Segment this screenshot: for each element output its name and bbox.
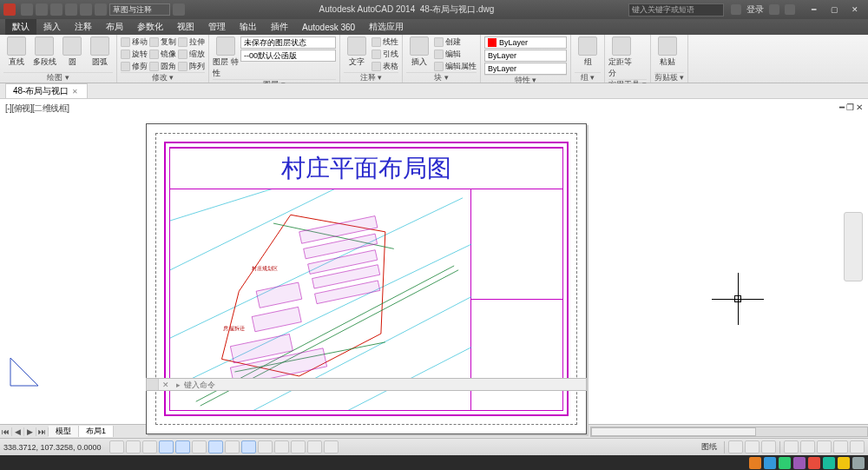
paperspace-label[interactable]: 图纸 — [698, 441, 720, 453]
horizontal-scrollbar[interactable] — [590, 427, 868, 437]
arc-button[interactable]: 圆弧 — [87, 36, 113, 68]
doc-min-icon[interactable]: ━ — [839, 103, 845, 112]
text-button[interactable]: 文字 — [344, 36, 370, 68]
group-button[interactable]: 组 — [575, 36, 601, 68]
ribbon-tab-7[interactable]: 输出 — [233, 19, 264, 35]
rotate-button[interactable]: 旋转 — [121, 49, 148, 60]
tray-icon-0[interactable] — [749, 457, 761, 469]
qat-save-icon[interactable] — [50, 3, 62, 16]
window-maximize-button[interactable]: ▢ — [825, 3, 844, 16]
measure-button[interactable]: 定距等分 — [608, 36, 635, 79]
window-minimize-button[interactable]: ━ — [804, 3, 823, 16]
tray-icon-2[interactable] — [779, 457, 791, 469]
ribbon-tab-9[interactable]: Autodesk 360 — [295, 19, 362, 35]
help-icon[interactable] — [785, 4, 795, 15]
viewport-main[interactable]: 房屋拆迁 村庄规划区 — [170, 189, 471, 410]
polar-icon[interactable] — [159, 440, 174, 453]
circle-button[interactable]: 圆 — [59, 36, 85, 68]
insert-button[interactable]: 插入 — [406, 36, 432, 68]
command-line[interactable]: ✕ ▸ — [146, 378, 587, 391]
layout-nav-last-icon[interactable]: ⏭ — [36, 427, 49, 436]
combo-5-0[interactable]: ByLayer — [484, 36, 567, 49]
ribbon-tab-6[interactable]: 管理 — [201, 19, 233, 35]
ducs-icon[interactable] — [225, 440, 240, 453]
app-logo-icon[interactable] — [3, 3, 16, 16]
cmd-close-icon[interactable]: ✕ — [159, 381, 173, 389]
doc-close-icon[interactable]: ✕ — [856, 103, 863, 112]
ribbon-tab-0[interactable]: 默认 — [5, 19, 36, 35]
isolate-icon[interactable] — [833, 440, 848, 453]
combo-5-1[interactable]: ByLayer — [484, 50, 567, 62]
annomon-icon[interactable] — [324, 440, 339, 453]
login-link[interactable]: 登录 — [746, 3, 764, 16]
ribbon-tab-10[interactable]: 精选应用 — [362, 19, 411, 35]
dynmode-icon[interactable] — [241, 440, 256, 453]
exchange-icon[interactable] — [769, 4, 779, 15]
mirror-button[interactable]: 镜像 — [149, 49, 176, 60]
tray-icon-6[interactable] — [838, 457, 850, 469]
ribbon-tab-4[interactable]: 参数化 — [130, 19, 170, 35]
annovis-icon[interactable] — [745, 440, 760, 453]
gridmode-icon[interactable] — [126, 440, 141, 453]
doc-restore-icon[interactable]: ❐ — [846, 103, 854, 112]
copy-button[interactable]: 复制 — [149, 36, 176, 48]
layerprops-button[interactable]: 图层 特性 — [213, 36, 239, 79]
tray-icon-3[interactable] — [793, 457, 806, 469]
array-button[interactable]: 阵列 — [178, 61, 205, 72]
ribbon-tab-5[interactable]: 视图 — [170, 19, 201, 35]
infocenter-icon[interactable] — [731, 4, 741, 15]
viewport-controls[interactable]: [-][俯视][二维线框] — [5, 103, 69, 115]
qat-open-icon[interactable] — [36, 3, 48, 16]
scale-button[interactable]: 缩放 — [178, 49, 205, 60]
qat-new-icon[interactable] — [21, 3, 33, 16]
cleanscreen-icon[interactable] — [850, 440, 865, 453]
tray-icon-4[interactable] — [808, 457, 820, 469]
tpy-icon[interactable] — [274, 440, 289, 453]
lwt-icon[interactable] — [258, 440, 273, 453]
paste-button[interactable]: 粘贴 — [654, 36, 681, 68]
tray-icon-5[interactable] — [823, 457, 835, 469]
snapmode-icon[interactable] — [109, 440, 124, 453]
command-input[interactable] — [184, 381, 586, 389]
create-button[interactable]: 创建 — [434, 36, 477, 48]
leader-button[interactable]: 引线 — [372, 49, 398, 60]
polyline-button[interactable]: 多段线 — [31, 36, 57, 68]
toolbar-lock-icon[interactable] — [800, 440, 815, 453]
combo-5-2[interactable]: ByLayer — [484, 63, 567, 75]
qat-workspace-combo[interactable]: 草图与注释 — [109, 3, 170, 16]
otrack-icon[interactable] — [208, 440, 223, 453]
navigation-bar[interactable] — [844, 212, 863, 281]
drawing-tab[interactable]: 48-布局与视口 ✕ — [5, 83, 88, 98]
qprops-icon[interactable] — [291, 440, 306, 453]
qat-more-icon[interactable] — [173, 3, 185, 16]
ws-switch-icon[interactable] — [784, 440, 799, 453]
tray-icon-1[interactable] — [764, 457, 776, 469]
combo-2-0[interactable]: 未保存的图层状态 — [240, 36, 336, 49]
line-button[interactable]: 直线 — [3, 36, 30, 68]
osnap-icon[interactable] — [175, 440, 190, 453]
combo-2-1[interactable]: --00默认公函版 — [240, 50, 336, 62]
3dosnap-icon[interactable] — [192, 440, 207, 453]
tray-icon-7[interactable] — [852, 457, 865, 469]
close-icon[interactable]: ✕ — [72, 88, 78, 96]
layout-tab-1[interactable]: 布局1 — [79, 426, 114, 437]
qat-redo-icon[interactable] — [80, 3, 92, 16]
ucs-icon[interactable] — [7, 354, 42, 389]
ribbon-tab-1[interactable]: 插入 — [36, 19, 68, 35]
ribbon-tab-3[interactable]: 布局 — [99, 19, 130, 35]
orthomode-icon[interactable] — [142, 440, 157, 453]
annoscale-icon[interactable] — [728, 440, 743, 453]
qat-undo-icon[interactable] — [65, 3, 77, 16]
coordinates-readout[interactable]: 338.3712, 107.3258, 0.0000 — [3, 443, 108, 452]
ribbon-tab-8[interactable]: 插件 — [264, 19, 295, 35]
qat-plot-icon[interactable] — [95, 3, 107, 16]
linear-button[interactable]: 线性 — [372, 36, 398, 48]
editattr-button[interactable]: 编辑属性 — [434, 61, 477, 72]
trim-button[interactable]: 修剪 — [121, 61, 148, 72]
hardware-icon[interactable] — [817, 440, 832, 453]
workspace[interactable]: [-][俯视][二维线框] ━ ❐ ✕ 村庄平面布局图 — [0, 99, 868, 424]
move-button[interactable]: 移动 — [121, 36, 148, 48]
annoauto-icon[interactable] — [761, 440, 776, 453]
layout-tab-0[interactable]: 模型 — [49, 426, 79, 437]
cmd-grip-icon[interactable] — [147, 379, 159, 390]
